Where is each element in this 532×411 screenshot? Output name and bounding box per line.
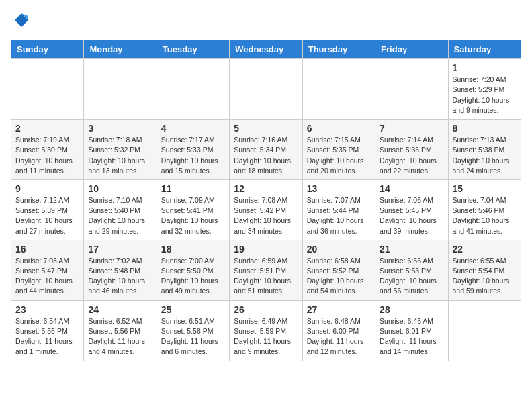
day-number: 17 [88, 244, 152, 255]
day-info: Sunrise: 6:52 AM Sunset: 5:56 PM Dayligh… [88, 316, 152, 357]
day-info: Sunrise: 7:00 AM Sunset: 5:50 PM Dayligh… [161, 256, 225, 297]
calendar-cell [448, 300, 521, 361]
day-number: 19 [234, 244, 298, 255]
day-number: 28 [380, 304, 443, 315]
calendar-week-2: 2Sunrise: 7:19 AM Sunset: 5:30 PM Daylig… [11, 120, 521, 180]
day-number: 1 [453, 62, 517, 73]
day-info: Sunrise: 7:16 AM Sunset: 5:34 PM Dayligh… [234, 135, 298, 176]
day-info: Sunrise: 7:15 AM Sunset: 5:35 PM Dayligh… [307, 135, 371, 176]
day-number: 26 [234, 304, 298, 315]
day-number: 21 [380, 244, 443, 255]
calendar-cell: 10Sunrise: 7:10 AM Sunset: 5:40 PM Dayli… [84, 179, 157, 240]
calendar-week-4: 16Sunrise: 7:03 AM Sunset: 5:47 PM Dayli… [11, 240, 521, 300]
day-info: Sunrise: 7:18 AM Sunset: 5:32 PM Dayligh… [88, 135, 152, 176]
day-info: Sunrise: 7:20 AM Sunset: 5:29 PM Dayligh… [453, 75, 517, 116]
day-number: 22 [453, 244, 517, 255]
day-number: 27 [307, 304, 371, 315]
day-header-sunday: Sunday [11, 40, 84, 59]
calendar-cell: 8Sunrise: 7:13 AM Sunset: 5:38 PM Daylig… [448, 120, 521, 180]
calendar-cell [375, 59, 448, 120]
day-number: 10 [88, 183, 152, 194]
page-header [11, 11, 521, 33]
calendar-week-5: 23Sunrise: 6:54 AM Sunset: 5:55 PM Dayli… [11, 300, 521, 361]
day-number: 6 [307, 123, 371, 134]
day-number: 12 [234, 183, 298, 194]
day-header-saturday: Saturday [448, 40, 521, 59]
calendar-cell: 28Sunrise: 6:46 AM Sunset: 6:01 PM Dayli… [375, 300, 448, 361]
day-number: 2 [15, 123, 79, 134]
logo [11, 11, 31, 33]
logo-text-block [11, 11, 31, 33]
day-number: 15 [453, 183, 517, 194]
day-number: 9 [15, 183, 79, 194]
day-info: Sunrise: 7:07 AM Sunset: 5:44 PM Dayligh… [307, 195, 371, 236]
day-info: Sunrise: 7:09 AM Sunset: 5:41 PM Dayligh… [161, 195, 225, 236]
day-info: Sunrise: 7:12 AM Sunset: 5:39 PM Dayligh… [15, 195, 79, 236]
day-info: Sunrise: 7:14 AM Sunset: 5:36 PM Dayligh… [380, 135, 443, 176]
calendar-cell: 18Sunrise: 7:00 AM Sunset: 5:50 PM Dayli… [157, 240, 229, 300]
calendar-week-1: 1Sunrise: 7:20 AM Sunset: 5:29 PM Daylig… [11, 59, 521, 120]
day-number: 23 [15, 304, 79, 315]
day-info: Sunrise: 6:55 AM Sunset: 5:54 PM Dayligh… [453, 256, 517, 297]
day-info: Sunrise: 7:10 AM Sunset: 5:40 PM Dayligh… [88, 195, 152, 236]
day-number: 20 [307, 244, 371, 255]
calendar-cell: 6Sunrise: 7:15 AM Sunset: 5:35 PM Daylig… [302, 120, 375, 180]
day-header-tuesday: Tuesday [157, 40, 229, 59]
day-number: 4 [161, 123, 225, 134]
day-info: Sunrise: 7:04 AM Sunset: 5:46 PM Dayligh… [453, 195, 517, 236]
calendar-table: SundayMondayTuesdayWednesdayThursdayFrid… [11, 40, 521, 361]
day-header-friday: Friday [375, 40, 448, 59]
calendar-header-row: SundayMondayTuesdayWednesdayThursdayFrid… [11, 40, 521, 59]
calendar-cell: 3Sunrise: 7:18 AM Sunset: 5:32 PM Daylig… [84, 120, 157, 180]
day-header-wednesday: Wednesday [230, 40, 302, 59]
calendar-cell: 9Sunrise: 7:12 AM Sunset: 5:39 PM Daylig… [11, 179, 84, 240]
calendar-cell: 11Sunrise: 7:09 AM Sunset: 5:41 PM Dayli… [157, 179, 229, 240]
day-number: 7 [380, 123, 443, 134]
calendar-cell: 22Sunrise: 6:55 AM Sunset: 5:54 PM Dayli… [448, 240, 521, 300]
calendar-cell: 17Sunrise: 7:02 AM Sunset: 5:48 PM Dayli… [84, 240, 157, 300]
logo-icon [12, 11, 31, 30]
calendar-cell: 20Sunrise: 6:58 AM Sunset: 5:52 PM Dayli… [302, 240, 375, 300]
day-info: Sunrise: 7:19 AM Sunset: 5:30 PM Dayligh… [15, 135, 79, 176]
day-info: Sunrise: 7:03 AM Sunset: 5:47 PM Dayligh… [15, 256, 79, 297]
calendar-cell: 4Sunrise: 7:17 AM Sunset: 5:33 PM Daylig… [157, 120, 229, 180]
calendar-week-3: 9Sunrise: 7:12 AM Sunset: 5:39 PM Daylig… [11, 179, 521, 240]
day-info: Sunrise: 7:08 AM Sunset: 5:42 PM Dayligh… [234, 195, 298, 236]
calendar-cell: 7Sunrise: 7:14 AM Sunset: 5:36 PM Daylig… [375, 120, 448, 180]
day-number: 14 [380, 183, 443, 194]
calendar-cell: 27Sunrise: 6:48 AM Sunset: 6:00 PM Dayli… [302, 300, 375, 361]
day-info: Sunrise: 7:06 AM Sunset: 5:45 PM Dayligh… [380, 195, 443, 236]
day-number: 13 [307, 183, 371, 194]
day-info: Sunrise: 7:13 AM Sunset: 5:38 PM Dayligh… [453, 135, 517, 176]
calendar-cell: 21Sunrise: 6:56 AM Sunset: 5:53 PM Dayli… [375, 240, 448, 300]
day-info: Sunrise: 7:17 AM Sunset: 5:33 PM Dayligh… [161, 135, 225, 176]
calendar-cell [302, 59, 375, 120]
day-info: Sunrise: 6:54 AM Sunset: 5:55 PM Dayligh… [15, 316, 79, 357]
day-number: 11 [161, 183, 225, 194]
calendar-cell: 12Sunrise: 7:08 AM Sunset: 5:42 PM Dayli… [230, 179, 302, 240]
calendar-cell [157, 59, 229, 120]
day-number: 16 [15, 244, 79, 255]
day-info: Sunrise: 6:46 AM Sunset: 6:01 PM Dayligh… [380, 316, 443, 357]
day-info: Sunrise: 6:51 AM Sunset: 5:58 PM Dayligh… [161, 316, 225, 357]
calendar-cell: 14Sunrise: 7:06 AM Sunset: 5:45 PM Dayli… [375, 179, 448, 240]
calendar-cell: 16Sunrise: 7:03 AM Sunset: 5:47 PM Dayli… [11, 240, 84, 300]
calendar-cell: 15Sunrise: 7:04 AM Sunset: 5:46 PM Dayli… [448, 179, 521, 240]
day-info: Sunrise: 6:48 AM Sunset: 6:00 PM Dayligh… [307, 316, 371, 357]
day-header-monday: Monday [84, 40, 157, 59]
calendar-cell: 1Sunrise: 7:20 AM Sunset: 5:29 PM Daylig… [448, 59, 521, 120]
day-header-thursday: Thursday [302, 40, 375, 59]
day-info: Sunrise: 6:59 AM Sunset: 5:51 PM Dayligh… [234, 256, 298, 297]
calendar-cell [84, 59, 157, 120]
day-number: 25 [161, 304, 225, 315]
day-info: Sunrise: 6:58 AM Sunset: 5:52 PM Dayligh… [307, 256, 371, 297]
calendar-cell: 19Sunrise: 6:59 AM Sunset: 5:51 PM Dayli… [230, 240, 302, 300]
day-info: Sunrise: 7:02 AM Sunset: 5:48 PM Dayligh… [88, 256, 152, 297]
calendar-cell: 24Sunrise: 6:52 AM Sunset: 5:56 PM Dayli… [84, 300, 157, 361]
calendar-cell: 26Sunrise: 6:49 AM Sunset: 5:59 PM Dayli… [230, 300, 302, 361]
day-number: 5 [234, 123, 298, 134]
calendar-cell [11, 59, 84, 120]
day-number: 18 [161, 244, 225, 255]
day-number: 8 [453, 123, 517, 134]
calendar-cell: 5Sunrise: 7:16 AM Sunset: 5:34 PM Daylig… [230, 120, 302, 180]
